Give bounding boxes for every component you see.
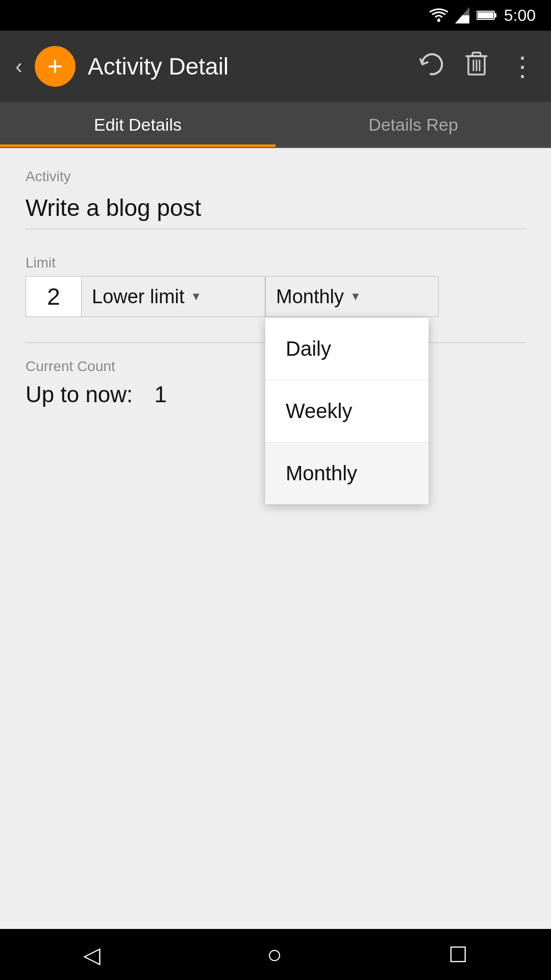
logo-plus-icon: + [47,53,63,80]
period-arrow: ▼ [350,290,361,303]
undo-icon[interactable] [417,50,444,83]
app-logo: + [35,46,76,87]
limit-row: 2 Lower limit ▼ Monthly ▼ Daily [26,276,525,317]
status-bar: 5:00 [0,0,551,31]
nav-back-icon[interactable]: ◁ [83,942,101,968]
activity-section: Activity Write a blog post [26,168,525,229]
limit-section: Limit 2 Lower limit ▼ Monthly ▼ Dail [26,255,525,317]
activity-field: Write a blog post [26,190,525,229]
page-title: Activity Detail [88,53,405,80]
battery-icon [477,10,497,21]
form-content: Activity Write a blog post Limit 2 Lower… [0,148,551,929]
up-to-now-label: Up to now: [26,382,133,407]
back-arrow[interactable]: ‹ [15,56,22,77]
dropdown-option-monthly[interactable]: Monthly [265,443,429,504]
delete-icon[interactable] [464,50,489,83]
lower-limit-dropdown[interactable]: Lower limit ▼ [82,276,265,317]
nav-bar: ◁ ○ ☐ [0,929,551,980]
tab-edit-details[interactable]: Edit Details [0,102,276,147]
dropdown-option-daily[interactable]: Daily [265,318,429,380]
activity-value: Write a blog post [26,190,525,222]
app-bar-actions: ⋮ [417,50,536,83]
tab-bar: Edit Details Details Rep [0,102,551,148]
signal-icon [455,7,469,23]
lower-limit-arrow: ▼ [191,290,202,303]
svg-marker-2 [455,7,469,23]
nav-home-icon[interactable]: ○ [267,940,282,969]
app-bar: ‹ + Activity Detail ⋮ [0,31,551,102]
period-dropdown-btn[interactable]: Monthly ▼ [265,276,439,317]
activity-label: Activity [26,168,525,185]
svg-rect-4 [494,13,496,17]
limit-label: Limit [26,255,525,271]
tab-details-report[interactable]: Details Rep [276,102,551,147]
limit-number[interactable]: 2 [26,276,82,317]
svg-point-0 [437,19,440,22]
period-dropdown[interactable]: Monthly ▼ Daily Weekly Monthly [265,276,439,317]
dropdown-option-weekly[interactable]: Weekly [265,380,429,443]
nav-recents-icon[interactable]: ☐ [448,942,468,967]
more-options-icon[interactable]: ⋮ [509,53,536,80]
status-icons: 5:00 [430,6,536,25]
period-dropdown-menu: Daily Weekly Monthly [265,318,429,504]
wifi-icon [430,8,448,22]
up-to-now-value: 1 [155,382,167,407]
status-time: 5:00 [504,6,536,25]
svg-rect-5 [478,12,493,18]
